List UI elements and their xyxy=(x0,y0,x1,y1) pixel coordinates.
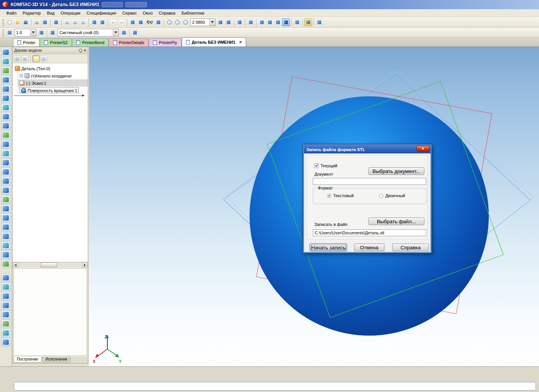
left-toolbar-icon[interactable] xyxy=(1,329,10,337)
current-step-icon[interactable] xyxy=(6,29,13,36)
left-toolbar-icon[interactable] xyxy=(1,186,10,194)
left-toolbar-icon[interactable] xyxy=(1,112,10,121)
spell-check-icon[interactable] xyxy=(99,18,106,26)
refresh-icon[interactable] xyxy=(217,18,224,26)
left-toolbar-icon[interactable] xyxy=(1,310,10,319)
menu-item-4[interactable]: Операции xyxy=(58,10,83,16)
left-toolbar-icon[interactable] xyxy=(1,122,10,130)
checkbox-checked-icon[interactable] xyxy=(314,163,319,168)
pin-icon[interactable] xyxy=(78,48,83,53)
file-path-input[interactable] xyxy=(313,229,426,236)
format-binary-radio[interactable]: Двоичный xyxy=(379,193,405,198)
paste-icon[interactable] xyxy=(79,18,87,26)
move-view-icon[interactable] xyxy=(236,18,243,26)
print-preview-icon[interactable] xyxy=(41,18,49,26)
scroll-track[interactable] xyxy=(18,262,82,267)
scale-combo-dropdown[interactable] xyxy=(30,29,36,36)
document-properties-icon[interactable] xyxy=(52,18,60,26)
layer-combo[interactable]: Системный слой (0) xyxy=(58,29,119,36)
left-toolbar-icon[interactable] xyxy=(1,131,10,139)
expander-plus-icon[interactable]: + xyxy=(20,74,23,77)
left-toolbar-icon[interactable] xyxy=(1,204,10,213)
dialog-titlebar[interactable]: Запись файла формата STL × xyxy=(304,145,431,153)
tab-variants[interactable]: Исполнения xyxy=(42,357,71,362)
left-toolbar-icon[interactable] xyxy=(1,66,10,75)
start-record-button[interactable]: Начать запись xyxy=(310,244,347,251)
redo-icon[interactable]: → xyxy=(118,18,125,26)
left-toolbar-icon[interactable] xyxy=(1,48,10,56)
left-toolbar-icon[interactable] xyxy=(1,250,10,259)
rounding-mode-icon[interactable] xyxy=(38,29,45,36)
tree-item-revolve-surface[interactable]: Поверхность вращения:1 xyxy=(18,87,88,94)
new-document-icon[interactable] xyxy=(6,18,13,26)
message-field[interactable] xyxy=(14,382,536,390)
tab-construction[interactable]: Построение xyxy=(13,357,42,362)
left-toolbar-icon[interactable] xyxy=(1,241,10,250)
left-toolbar-icon[interactable] xyxy=(1,149,10,158)
doc-tab-active-detail[interactable]: Деталь БЕЗ ИМЕНИ1 × xyxy=(182,37,246,46)
left-toolbar-icon[interactable] xyxy=(1,273,10,282)
tree-filter-icon[interactable] xyxy=(21,55,28,62)
library-icon[interactable] xyxy=(129,18,136,26)
left-toolbar-icon[interactable] xyxy=(1,214,10,222)
menu-item-7[interactable]: Окно xyxy=(140,10,156,16)
doc-tab-printerbend[interactable]: PrinterBend xyxy=(72,38,108,46)
document-path-input[interactable] xyxy=(313,178,426,185)
choose-document-button[interactable]: Выбрать документ... xyxy=(368,167,424,175)
tree-item-origin[interactable]: + (т)Начало координат xyxy=(18,72,88,79)
grid-view-icon[interactable] xyxy=(316,18,323,26)
menu-item-3[interactable]: Вид xyxy=(44,10,58,16)
zoom-in-icon[interactable] xyxy=(166,18,173,26)
dialog-close-button[interactable]: × xyxy=(416,146,429,152)
layer-pencil-icon[interactable] xyxy=(49,29,56,36)
left-toolbar-icon[interactable] xyxy=(1,158,10,167)
tab-close-icon[interactable]: × xyxy=(239,40,242,44)
left-toolbar-icon[interactable] xyxy=(1,283,10,291)
tree-structure-icon[interactable] xyxy=(14,55,21,62)
front-view-icon[interactable] xyxy=(247,18,255,26)
menu-item-9[interactable]: Библиотеки xyxy=(178,10,207,16)
left-toolbar-icon[interactable] xyxy=(1,292,10,300)
left-toolbar-icon[interactable] xyxy=(1,260,10,268)
zoom-area-icon[interactable] xyxy=(182,18,189,26)
scroll-right-button[interactable] xyxy=(82,262,88,267)
save-icon[interactable] xyxy=(22,18,30,26)
help-cursor-icon[interactable] xyxy=(154,18,162,26)
left-toolbar-icon[interactable] xyxy=(1,94,10,102)
doc-tab-printerdetails[interactable]: PrinterDetails xyxy=(109,38,148,46)
copy-icon[interactable] xyxy=(71,18,79,26)
rotate-view-icon[interactable] xyxy=(225,18,232,26)
print-icon[interactable] xyxy=(33,18,41,26)
menu-item-1[interactable]: Файл xyxy=(3,10,20,16)
tree-item-sketch[interactable]: (-) Эскиз:1 xyxy=(18,79,88,87)
toolbar-grip[interactable] xyxy=(2,29,4,36)
shaded-view-icon[interactable] xyxy=(274,18,282,26)
tree-horizontal-scrollbar[interactable] xyxy=(13,262,88,267)
tree-item-part[interactable]: Деталь (Тел-0) xyxy=(13,65,88,72)
radio-icon[interactable] xyxy=(379,194,383,198)
quick-display-icon[interactable] xyxy=(304,18,312,26)
menu-item-8[interactable]: Справка xyxy=(156,10,178,16)
left-toolbar-icon[interactable] xyxy=(1,338,10,346)
undo-icon[interactable]: ← xyxy=(110,18,117,26)
layer-combo-dropdown[interactable] xyxy=(113,29,118,36)
left-toolbar-icon[interactable] xyxy=(1,320,10,328)
current-document-checkbox[interactable]: Текущий xyxy=(314,163,337,168)
left-toolbar-icon[interactable] xyxy=(1,85,10,93)
scroll-left-button[interactable] xyxy=(13,262,18,267)
choose-file-button[interactable]: Выбрать файл... xyxy=(368,217,424,225)
scroll-thumb[interactable] xyxy=(41,262,57,267)
doc-tab-printers2[interactable]: PrinterS2 xyxy=(40,38,72,46)
scale-value-input[interactable] xyxy=(15,30,30,36)
left-toolbar-icon[interactable] xyxy=(1,76,10,84)
construction-mode-icon[interactable] xyxy=(131,29,139,36)
format-text-radio[interactable]: Текстовый xyxy=(327,193,354,198)
copy-style-icon[interactable] xyxy=(90,18,98,26)
page-view-icon[interactable] xyxy=(33,55,39,62)
left-toolbar-icon[interactable] xyxy=(1,177,10,185)
wireframe-view-icon[interactable] xyxy=(258,18,266,26)
zoom-out-icon[interactable] xyxy=(174,18,181,26)
menu-item-6[interactable]: Сервис xyxy=(119,10,140,16)
left-toolbar-icon[interactable] xyxy=(1,301,10,310)
build-pointer[interactable] xyxy=(14,96,84,96)
